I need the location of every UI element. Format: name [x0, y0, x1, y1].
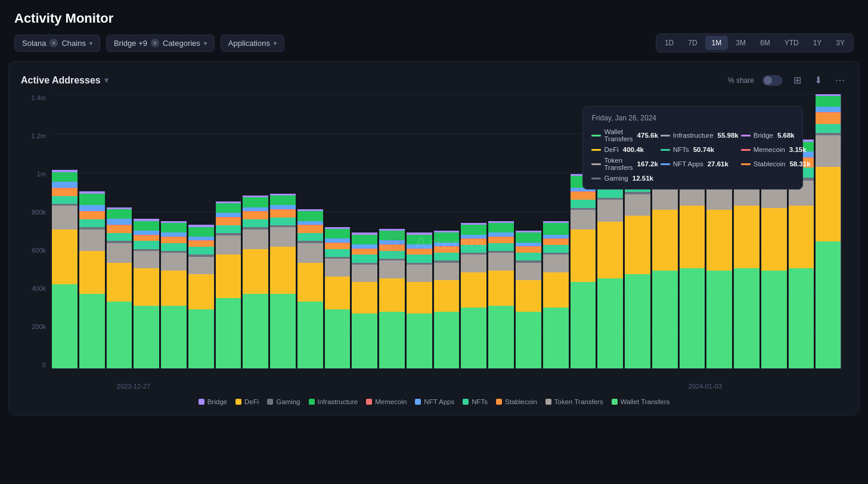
- tooltip-item-name: NFTs: [673, 146, 689, 153]
- y-label: 800k: [32, 209, 46, 216]
- bar-segment-nfts: [543, 245, 569, 253]
- legend-color-dot: [309, 399, 315, 405]
- categories-filter[interactable]: Bridge +9 × Categories ▾: [106, 35, 215, 52]
- time-btn-6m[interactable]: 6M: [754, 36, 777, 50]
- bar-segment-stablecoin: [571, 192, 596, 200]
- time-btn-3y[interactable]: 3Y: [829, 36, 851, 50]
- tooltip-item-value: 12.51k: [633, 175, 653, 182]
- bar-group[interactable]: [297, 94, 323, 368]
- bar-segment-stablecoin: [816, 113, 841, 123]
- legend-item[interactable]: Bridge: [199, 398, 227, 405]
- legend-label: Bridge: [207, 398, 227, 405]
- solana-filter[interactable]: Solana × Chains ▾: [14, 35, 100, 52]
- bar-group[interactable]: [516, 94, 541, 368]
- pct-share-toggle[interactable]: [762, 75, 783, 86]
- legend-label: NFTs: [472, 398, 488, 405]
- legend-item[interactable]: Token Transfers: [545, 398, 603, 405]
- legend-item[interactable]: DeFi: [235, 398, 259, 405]
- download-icon[interactable]: ⬇: [812, 72, 824, 88]
- time-btn-3m[interactable]: 3M: [729, 36, 752, 50]
- chart-title-chevron-icon[interactable]: ▾: [104, 76, 108, 85]
- y-axis: 1.4m1.2m1m800k600k400k200k0: [21, 94, 51, 368]
- bar-segment-nfts: [52, 196, 78, 204]
- bar-segment-nfts: [352, 255, 377, 262]
- tooltip-color-dot: [591, 178, 601, 179]
- bar-segment-infra: [107, 209, 132, 219]
- legend-color-dot: [366, 399, 372, 405]
- chart-header: Active Addresses ▾ % share ⊞ ⬇ ⋯: [21, 72, 847, 88]
- legend-label: Stablecoin: [505, 398, 537, 405]
- time-btn-1y[interactable]: 1Y: [807, 36, 829, 50]
- bar-group[interactable]: [161, 94, 187, 368]
- bar-group[interactable]: [488, 94, 514, 368]
- bar-group[interactable]: [325, 94, 351, 368]
- tooltip-item-value: 3.15k: [789, 146, 807, 153]
- y-label: 600k: [32, 247, 46, 254]
- bar-segment-infra: [52, 172, 78, 182]
- bar-segment-wallet: [789, 268, 814, 368]
- bar-group[interactable]: [134, 94, 159, 368]
- bar-group[interactable]: [243, 94, 268, 368]
- bar-segment-token: [352, 265, 377, 283]
- bar-segment-token: [134, 251, 159, 269]
- tooltip: Friday, Jan 26, 2024Wallet Transfers475.…: [582, 106, 803, 190]
- legend-item[interactable]: Wallet Transfers: [612, 398, 670, 405]
- bar-segment-wallet: [134, 306, 159, 368]
- y-label: 1.2m: [32, 132, 46, 139]
- bar-segment-token: [379, 260, 405, 278]
- tooltip-date: Friday, Jan 26, 2024: [591, 114, 794, 122]
- bar-segment-defi: [488, 271, 514, 306]
- bar-group[interactable]: [52, 94, 78, 368]
- applications-filter[interactable]: Applications ▾: [221, 35, 284, 52]
- bar-segment-nftapps: [816, 107, 841, 112]
- more-options-icon[interactable]: ⋯: [833, 72, 847, 88]
- y-label: 1.4m: [32, 94, 46, 101]
- legend-item[interactable]: Gaming: [267, 398, 300, 405]
- time-btn-ytd[interactable]: YTD: [778, 36, 805, 50]
- grid-view-icon[interactable]: ⊞: [791, 72, 804, 88]
- bar-group[interactable]: [270, 94, 296, 368]
- bar-segment-wallet: [352, 314, 377, 368]
- legend-color-dot: [199, 399, 204, 405]
- time-btn-1d[interactable]: 1D: [658, 36, 680, 50]
- bar-group[interactable]: [379, 94, 405, 368]
- tooltip-item: DeFi400.4k: [591, 146, 658, 153]
- bar-segment-nfts: [188, 247, 214, 255]
- bar-segment-infra: [543, 223, 569, 235]
- bar-segment-defi: [461, 272, 486, 308]
- tooltip-item: NFT Apps27.61k: [661, 157, 739, 171]
- legend-item[interactable]: NFTs: [463, 398, 488, 405]
- bar-segment-defi: [734, 206, 760, 268]
- solana-close-icon[interactable]: ×: [49, 39, 58, 47]
- bar-segment-token: [325, 259, 351, 277]
- time-btn-1m[interactable]: 1M: [705, 36, 728, 50]
- legend-item[interactable]: Memecoin: [366, 398, 407, 405]
- bar-segment-token: [216, 235, 241, 255]
- legend-item[interactable]: NFT Apps: [415, 398, 454, 405]
- bar-segment-defi: [706, 210, 732, 271]
- bar-group[interactable]: [216, 94, 241, 368]
- y-label: 1m: [37, 170, 46, 178]
- legend-item[interactable]: Infrastructure: [309, 398, 358, 405]
- categories-close-icon[interactable]: ×: [151, 39, 159, 47]
- tooltip-color-dot: [591, 135, 601, 136]
- bar-group[interactable]: [434, 94, 460, 368]
- time-btn-7d[interactable]: 7D: [681, 36, 703, 50]
- bar-group[interactable]: [461, 94, 486, 368]
- bar-segment-stablecoin: [216, 218, 241, 225]
- bar-segment-wallet: [461, 308, 486, 368]
- bar-group[interactable]: [407, 94, 432, 368]
- bar-group[interactable]: [352, 94, 377, 368]
- bar-group[interactable]: [816, 94, 841, 368]
- bar-segment-infra: [270, 196, 296, 205]
- bar-segment-nfts: [597, 188, 623, 198]
- legend-item[interactable]: Stablecoin: [496, 398, 537, 405]
- bar-group[interactable]: [107, 94, 132, 368]
- tooltip-item-value: 475.6k: [637, 132, 658, 139]
- bar-segment-wallet: [571, 282, 596, 368]
- bar-segment-defi: [625, 216, 650, 275]
- bar-group[interactable]: [543, 94, 569, 368]
- bar-segment-defi: [134, 268, 159, 305]
- bar-group[interactable]: [188, 94, 214, 368]
- bar-group[interactable]: [79, 94, 105, 368]
